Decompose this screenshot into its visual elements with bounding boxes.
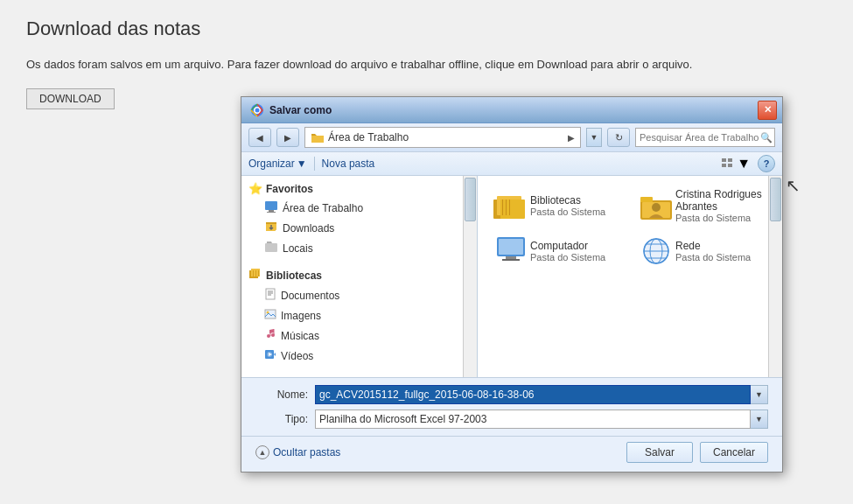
downloads-icon (264, 220, 278, 235)
filetype-value: Planilha do Microsoft Excel 97-2003 (319, 413, 486, 425)
search-icon[interactable]: 🔍 (760, 132, 773, 144)
svg-rect-4 (728, 158, 732, 162)
user-info: Cristina Rodrigues Abrantes Pasta do Sis… (675, 188, 768, 223)
dialog-bottom: Nome: ▼ Tipo: Planilha do Microsoft Exce… (241, 377, 782, 436)
tree-item-desktop[interactable]: Área de Trabalho (241, 198, 477, 218)
page-description: Os dados foram salvos em um arquivo. Par… (26, 58, 827, 71)
tree-item-locais-label: Locais (283, 242, 313, 255)
network-name: Rede (675, 240, 768, 252)
user-sub: Pasta do Sistema (675, 213, 768, 223)
computer-sub: Pasta do Sistema (530, 252, 623, 262)
right-scrollbar[interactable] (768, 176, 782, 377)
locais-icon (264, 241, 278, 256)
download-button[interactable]: DOWNLOAD (26, 88, 115, 109)
svg-rect-41 (499, 239, 523, 255)
hide-folders-icon: ▲ (255, 445, 269, 459)
right-panel: Bibliotecas Pasta do Sistema (478, 176, 782, 377)
svg-rect-34 (506, 200, 507, 215)
titlebar-left: Salvar como (250, 103, 332, 117)
cursor: ↖ (786, 175, 801, 196)
toolbar-separator (314, 157, 315, 171)
right-item-libraries[interactable]: Bibliotecas Pasta do Sistema (485, 183, 630, 228)
tree-item-locais[interactable]: Locais (241, 238, 477, 258)
svg-rect-33 (502, 200, 503, 215)
dialog-title: Salvar como (269, 104, 332, 116)
svg-rect-6 (728, 164, 732, 167)
tree-item-videos[interactable]: Vídeos (241, 346, 477, 366)
svg-rect-15 (258, 270, 259, 276)
favorites-star-icon: ⭐ (248, 182, 262, 195)
tree-item-docs[interactable]: Documentos (241, 285, 477, 305)
filename-row: Nome: ▼ (255, 385, 768, 404)
svg-rect-13 (253, 270, 254, 276)
tree-item-images-label: Imagens (281, 310, 321, 322)
cancel-button[interactable]: Cancelar (700, 442, 768, 463)
filename-label: Nome: (255, 388, 308, 401)
organize-button[interactable]: Organizar ▼ (248, 158, 307, 170)
libraries-icon (248, 268, 262, 283)
organize-dropdown-icon: ▼ (297, 158, 307, 170)
svg-rect-43 (502, 259, 520, 261)
svg-rect-20 (265, 310, 276, 318)
tree-item-desktop-label: Área de Trabalho (283, 202, 363, 214)
search-input[interactable] (640, 132, 760, 143)
location-folder-icon (311, 131, 325, 144)
browser-icon (250, 103, 264, 117)
location-bar[interactable]: Área de Trabalho ▶ (304, 127, 581, 148)
search-bar[interactable]: 🔍 (635, 128, 775, 147)
filetype-label: Tipo: (255, 413, 308, 425)
help-button[interactable]: ? (758, 155, 775, 172)
hide-folders-button[interactable]: ▲ Ocultar pastas (255, 445, 340, 459)
svg-rect-42 (506, 256, 516, 259)
right-scrollbar-thumb (770, 178, 781, 221)
libraries-label: Bibliotecas (266, 270, 322, 282)
dialog-content: ⭐ Favoritos Área de Trabalho (241, 176, 782, 377)
filename-dropdown-button[interactable]: ▼ (751, 385, 768, 404)
libraries-header[interactable]: Bibliotecas (241, 265, 477, 285)
images-icon (264, 308, 276, 323)
svg-point-39 (652, 203, 661, 212)
dialog-close-button[interactable]: ✕ (758, 101, 777, 120)
libraries-section: Bibliotecas Documentos (241, 262, 477, 369)
save-button[interactable]: Salvar (626, 442, 693, 463)
favorites-label: Favoritos (266, 183, 313, 195)
filetype-dropdown-button[interactable]: ▼ (751, 410, 768, 429)
tree-item-videos-label: Vídeos (281, 350, 313, 362)
svg-rect-14 (255, 270, 256, 276)
back-button[interactable]: ◀ (248, 128, 271, 147)
right-items-grid: Bibliotecas Pasta do Sistema (478, 176, 782, 281)
filename-input[interactable] (315, 385, 751, 404)
dialog-titlebar: Salvar como ✕ (241, 97, 782, 123)
location-arrow: ▶ (568, 133, 575, 143)
location-dropdown-button[interactable]: ▼ (586, 128, 602, 147)
page-background: Download das notas Os dados foram salvos… (0, 0, 853, 504)
view-button[interactable]: ▼ (721, 156, 751, 172)
view-icon (721, 158, 735, 170)
tree-item-downloads[interactable]: Downloads (241, 218, 477, 238)
left-scrollbar[interactable] (463, 176, 477, 377)
right-item-computer[interactable]: Computador Pasta do Sistema (485, 228, 630, 274)
right-item-network[interactable]: Rede Pasta do Sistema (630, 228, 775, 274)
docs-icon (264, 288, 276, 303)
favorites-section: ⭐ Favoritos Área de Trabalho (241, 176, 477, 262)
network-info: Rede Pasta do Sistema (675, 240, 768, 262)
refresh-button[interactable]: ↻ (607, 128, 630, 147)
address-toolbar: ◀ ▶ Área de Trabalho ▶ ▼ ↻ 🔍 (241, 123, 782, 152)
svg-rect-16 (266, 289, 275, 299)
svg-point-22 (267, 334, 270, 338)
svg-rect-32 (500, 200, 525, 219)
computer-icon (492, 234, 530, 269)
new-folder-button[interactable]: Nova pasta (322, 158, 375, 170)
tree-item-downloads-label: Downloads (283, 222, 334, 234)
tree-item-images[interactable]: Imagens (241, 305, 477, 326)
dialog-actions: ▲ Ocultar pastas Salvar Cancelar (241, 436, 782, 472)
user-folder-icon (637, 188, 675, 223)
left-scrollbar-thumb (465, 178, 476, 221)
right-item-user[interactable]: Cristina Rodrigues Abrantes Pasta do Sis… (630, 183, 775, 228)
save-dialog: Salvar como ✕ ◀ ▶ Área de Trabalho ▶ ▼ ↻ (241, 96, 783, 472)
forward-button[interactable]: ▶ (276, 128, 299, 147)
tree-item-music[interactable]: Músicas (241, 326, 477, 346)
favorites-header[interactable]: ⭐ Favoritos (241, 179, 477, 198)
action-buttons: Salvar Cancelar (626, 442, 768, 463)
organize-toolbar: Organizar ▼ Nova pasta ▼ ? (241, 152, 782, 176)
